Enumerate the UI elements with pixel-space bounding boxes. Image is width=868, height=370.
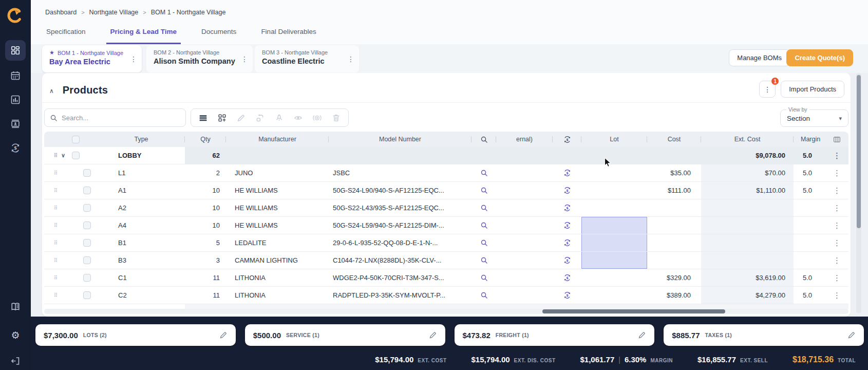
swap-icon[interactable]: [256, 114, 265, 122]
cell-lot[interactable]: [581, 269, 647, 286]
product-row-c2[interactable]: ⠿ C2 11 LITHONIA RADPTLED-P3-35K-SYM-MVO…: [44, 287, 848, 304]
drag-handle[interactable]: ⠿: [44, 287, 58, 304]
row-menu-button[interactable]: ⋮: [825, 269, 848, 286]
tab-final-deliverables[interactable]: Final Deliverables: [257, 28, 320, 44]
row-menu-button[interactable]: ⋮: [825, 147, 848, 164]
cell-lot[interactable]: [581, 199, 647, 216]
bom-menu-button[interactable]: ⋮: [347, 55, 354, 63]
currency-sync-icon[interactable]: [553, 217, 581, 234]
drag-handle[interactable]: ⠿: [44, 182, 58, 199]
product-row-a4[interactable]: ⠿ A4 10 HE WILLIAMS 50G-S24-L59/940-S-AF…: [44, 217, 848, 234]
cell-cost[interactable]: [647, 252, 701, 269]
cell-lot[interactable]: [581, 287, 647, 304]
drag-handle[interactable]: ⠿: [44, 234, 58, 251]
cell-cost[interactable]: $111.00: [647, 182, 701, 199]
cell-cost[interactable]: $329.00: [647, 269, 701, 286]
cell-lot[interactable]: [581, 182, 647, 199]
star-icon[interactable]: ★: [49, 49, 54, 56]
edit-icon[interactable]: [638, 331, 646, 339]
bom-menu-button[interactable]: ⋮: [241, 55, 248, 63]
vertical-scrollbar[interactable]: [856, 73, 861, 313]
service-card[interactable]: $500.00 SERVICE (1): [245, 324, 445, 346]
tab-pricing-lead-time[interactable]: Pricing & Lead Time: [106, 28, 181, 44]
breadcrumb-project[interactable]: Northgate Village: [89, 9, 139, 16]
col-margin[interactable]: Margin: [794, 132, 825, 147]
columns-icon[interactable]: [825, 132, 848, 147]
cell-cost[interactable]: [647, 199, 701, 216]
sidebar-item-contacts[interactable]: [5, 114, 26, 134]
currency-sync-icon[interactable]: [553, 252, 581, 269]
row-checkbox[interactable]: [72, 152, 80, 159]
search-icon[interactable]: [471, 132, 496, 147]
section-row-lobby[interactable]: ⠿ ∨ LOBBY 62 $9,078.00 5.0 ⋮: [44, 147, 848, 164]
cell-margin[interactable]: [794, 199, 825, 216]
row-checkbox[interactable]: [83, 221, 91, 229]
row-menu-button[interactable]: ⋮: [825, 217, 848, 234]
edit-icon[interactable]: [429, 331, 437, 339]
cell-lot[interactable]: [581, 164, 647, 181]
search-icon[interactable]: [471, 217, 496, 234]
cell-margin[interactable]: [794, 234, 825, 251]
view-by-select[interactable]: View by Section ▾: [780, 109, 848, 127]
drag-handle[interactable]: ⠿: [44, 164, 58, 181]
selected-lot-cell[interactable]: [581, 217, 647, 234]
lots-card[interactable]: $7,300.00 LOTS (2): [35, 324, 236, 346]
sidebar-item-settings[interactable]: ⚙: [5, 325, 26, 345]
search-icon[interactable]: [471, 269, 496, 286]
product-row-c1[interactable]: ⠿ C1 11 LITHONIA WDGE2-P4-50K-70CRI-T3M-…: [44, 269, 848, 287]
edit-icon[interactable]: [847, 331, 856, 339]
edit-icon[interactable]: [219, 331, 228, 339]
currency-sync-icon[interactable]: [553, 234, 581, 251]
row-menu-button[interactable]: ⋮: [825, 199, 848, 216]
cell-cost[interactable]: $389.00: [647, 287, 701, 304]
tab-documents[interactable]: Documents: [197, 28, 240, 44]
brand-logo-icon[interactable]: [7, 7, 23, 24]
breadcrumb-dashboard[interactable]: Dashboard: [45, 9, 77, 16]
row-checkbox[interactable]: [83, 291, 91, 299]
row-menu-button[interactable]: ⋮: [825, 182, 848, 199]
horizontal-scrollbar[interactable]: [44, 309, 848, 314]
sidebar-item-calendar[interactable]: [5, 65, 26, 86]
sidebar-item-transactions[interactable]: [5, 138, 26, 158]
col-type[interactable]: Type: [98, 132, 185, 147]
products-menu-button[interactable]: ⋮1: [759, 81, 776, 98]
tab-specification[interactable]: Specification: [42, 28, 90, 44]
bom-menu-button[interactable]: ⋮: [130, 55, 137, 63]
product-row-b3[interactable]: ⠿ B3 3 CAMMAN LIGHTING C1044-72-LNX(8288…: [44, 252, 848, 269]
cell-cost[interactable]: [647, 234, 701, 251]
import-products-button[interactable]: Import Products: [781, 81, 844, 98]
row-checkbox[interactable]: [83, 256, 91, 264]
cell-margin[interactable]: 5.0: [794, 164, 825, 181]
freight-card[interactable]: $473.82 FREIGHT (1): [455, 324, 655, 346]
drag-handle[interactable]: ⠿: [44, 252, 58, 269]
sidebar-item-dashboard[interactable]: [5, 40, 26, 61]
sidebar-item-reports[interactable]: [5, 89, 26, 110]
product-row-a2[interactable]: ⠿ A2 10 HE WILLIAMS 50G-S22-L43/935-S-AF…: [44, 199, 848, 217]
col-cost[interactable]: Cost: [647, 132, 701, 147]
scrollbar-thumb[interactable]: [542, 309, 725, 313]
rows-icon[interactable]: [199, 114, 207, 122]
bom-tab-3[interactable]: BOM 3 - Northgate Village Coastline Elec…: [255, 45, 359, 72]
cell-margin[interactable]: 5.0: [794, 287, 825, 304]
row-checkbox[interactable]: [83, 187, 91, 194]
drag-handle[interactable]: ⠿: [44, 199, 58, 216]
currency-sync-icon[interactable]: [553, 182, 581, 199]
drag-handle[interactable]: ⠿: [44, 217, 58, 234]
taxes-card[interactable]: $885.77 TAXES (1): [664, 324, 864, 346]
manage-boms-button[interactable]: Manage BOMs: [729, 49, 790, 66]
search-icon[interactable]: [471, 164, 496, 181]
cell-cost[interactable]: $35.00: [647, 164, 701, 181]
col-model-number[interactable]: Model Number: [329, 132, 471, 147]
cell-margin[interactable]: 5.0: [794, 269, 825, 286]
create-quotes-button[interactable]: Create Quote(s): [786, 49, 853, 66]
currency-sync-icon[interactable]: [553, 164, 581, 181]
bom-tab-1[interactable]: ★BOM 1 - Northgate Village Bay Area Elec…: [42, 45, 142, 72]
bom-tab-2[interactable]: BOM 2 - Northgate Village Alison Smith C…: [146, 45, 253, 72]
light-fixture-icon[interactable]: [275, 114, 284, 122]
edit-icon[interactable]: [237, 114, 246, 122]
product-row-l1[interactable]: ⠿ L1 2 JUNO JSBC $35.00 $70.00 5.0 ⋮: [44, 164, 848, 182]
col-qty[interactable]: Qty: [185, 132, 226, 147]
currency-sync-icon[interactable]: [553, 287, 581, 304]
row-checkbox[interactable]: [83, 169, 91, 177]
selected-lot-cell[interactable]: [581, 252, 647, 269]
